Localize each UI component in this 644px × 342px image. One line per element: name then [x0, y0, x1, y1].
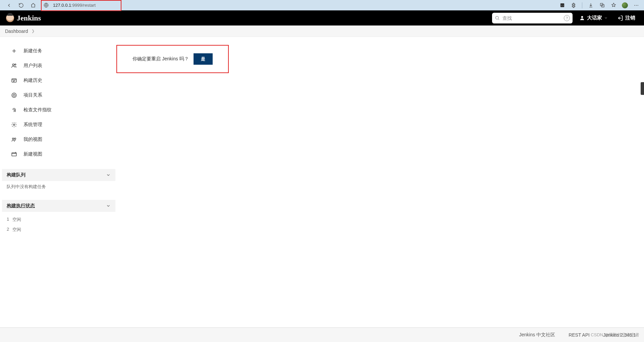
- executor-row: 2 空闲: [7, 225, 111, 235]
- folder-plus-icon: [11, 151, 17, 158]
- footer: Jenkins 中文社区 REST API Jenkins 2.346.1: [0, 327, 644, 335]
- confirm-text: 你确定要重启 Jenkins 吗？: [132, 56, 189, 62]
- jenkins-logo-icon: [6, 14, 14, 22]
- address-bar[interactable]: 127.0.0.1:9999/restart: [42, 1, 553, 10]
- views-icon: [11, 136, 17, 143]
- executor-header[interactable]: 构建执行状态: [2, 200, 115, 212]
- sidebar-item-label: 项目关系: [23, 92, 42, 98]
- sidebar-item-new-view[interactable]: 新建视图: [0, 147, 114, 162]
- executor-state: 空闲: [12, 227, 21, 233]
- main-content: 你确定要重启 Jenkins 吗？ 是: [114, 37, 644, 335]
- executor-section: 构建执行状态 1 空闲 2 空闲: [2, 200, 115, 237]
- svg-point-9: [496, 16, 499, 19]
- refresh-icon[interactable]: [18, 2, 24, 8]
- search-input[interactable]: [502, 15, 561, 21]
- home-icon[interactable]: [30, 2, 36, 8]
- sidebar-item-label: 新建视图: [23, 151, 42, 157]
- extension-icon-1[interactable]: [559, 2, 565, 8]
- jenkins-logo-text: Jenkins: [17, 14, 41, 22]
- executor-title: 构建执行状态: [7, 203, 35, 209]
- restart-confirm-box: 你确定要重启 Jenkins 吗？ 是: [116, 45, 229, 73]
- sidebar-item-label: 我的视图: [23, 136, 42, 142]
- chevron-right-icon: ❯: [32, 29, 35, 33]
- svg-point-14: [12, 93, 16, 98]
- sidebar-item-label: 用户列表: [23, 63, 42, 69]
- executor-body: 1 空闲 2 空闲: [2, 212, 115, 237]
- browser-nav-buttons: [6, 2, 36, 8]
- scroll-handle[interactable]: [641, 82, 644, 95]
- back-icon[interactable]: [6, 2, 12, 8]
- user-icon: [579, 15, 585, 21]
- sidebar: 新建任务 用户列表 构建历史 项目关系 检查文件指纹 系统管理 我的视图 新建: [0, 37, 114, 335]
- svg-point-2: [561, 5, 562, 6]
- svg-point-6: [634, 5, 635, 5]
- build-queue-header[interactable]: 构建队列: [2, 169, 115, 181]
- build-queue-section: 构建队列 队列中没有构建任务: [2, 169, 115, 192]
- gear-icon: [11, 121, 17, 128]
- relation-icon: [11, 92, 17, 99]
- fingerprint-icon: [11, 107, 17, 113]
- breadcrumb-dashboard[interactable]: Dashboard: [5, 28, 28, 34]
- user-name-label: 大话家: [587, 15, 602, 21]
- sidebar-item-users[interactable]: 用户列表: [0, 58, 114, 73]
- more-icon[interactable]: [633, 2, 639, 8]
- site-info-icon[interactable]: [43, 2, 49, 8]
- svg-point-16: [12, 138, 14, 140]
- chevron-down-icon: [106, 204, 111, 208]
- profile-avatar[interactable]: [622, 2, 628, 8]
- svg-rect-1: [560, 3, 564, 7]
- svg-point-15: [13, 124, 15, 126]
- confirm-yes-button[interactable]: 是: [194, 53, 213, 65]
- extension-icon-2[interactable]: [571, 2, 577, 8]
- jenkins-header: Jenkins ? 大话家 注销: [0, 10, 644, 25]
- user-menu[interactable]: 大话家: [577, 15, 610, 21]
- translate-icon[interactable]: [599, 2, 605, 8]
- help-icon[interactable]: ?: [564, 15, 570, 21]
- sidebar-item-label: 检查文件指纹: [23, 107, 52, 113]
- executor-state: 空闲: [12, 217, 21, 223]
- queue-empty-text: 队列中没有构建任务: [7, 184, 46, 189]
- svg-point-3: [563, 5, 564, 6]
- sidebar-item-manage[interactable]: 系统管理: [0, 117, 114, 132]
- browser-actions: [559, 2, 641, 8]
- collection-icon[interactable]: [610, 2, 616, 8]
- chevron-down-icon: [106, 173, 111, 177]
- logout-icon: [617, 15, 623, 21]
- sidebar-item-label: 构建历史: [23, 77, 42, 83]
- footer-link-rest-api[interactable]: REST API: [569, 332, 590, 335]
- svg-point-12: [15, 64, 16, 65]
- sidebar-item-relation[interactable]: 项目关系: [0, 88, 114, 103]
- svg-rect-18: [12, 153, 16, 156]
- svg-point-10: [581, 16, 583, 18]
- sidebar-item-new-job[interactable]: 新建任务: [0, 44, 114, 58]
- svg-point-7: [636, 5, 637, 5]
- breadcrumb: Dashboard ❯: [0, 25, 644, 37]
- footer-link-community[interactable]: Jenkins 中文社区: [519, 332, 555, 335]
- logout-link[interactable]: 注销: [614, 15, 638, 21]
- history-icon: [11, 77, 17, 84]
- people-icon: [11, 62, 17, 69]
- sidebar-item-label: 新建任务: [23, 48, 42, 54]
- download-icon[interactable]: [588, 2, 594, 8]
- build-queue-title: 构建队列: [7, 172, 25, 178]
- chevron-down-icon: [604, 16, 608, 20]
- svg-point-17: [14, 138, 16, 140]
- sidebar-item-my-views[interactable]: 我的视图: [0, 132, 114, 147]
- watermark-text: CSDN @间歇性悲伤患者: [591, 332, 639, 335]
- search-icon: [495, 15, 500, 20]
- executor-row: 1 空闲: [7, 215, 111, 225]
- page-body: 新建任务 用户列表 构建历史 项目关系 检查文件指纹 系统管理 我的视图 新建: [0, 37, 644, 335]
- executor-id: 2: [7, 227, 9, 233]
- browser-toolbar: 127.0.0.1:9999/restart: [0, 0, 644, 10]
- svg-point-8: [638, 5, 638, 5]
- executor-id: 1: [7, 217, 9, 223]
- svg-point-11: [12, 64, 14, 65]
- sidebar-item-label: 系统管理: [23, 122, 42, 128]
- url-text: 127.0.0.1:9999/restart: [51, 3, 553, 8]
- jenkins-logo[interactable]: Jenkins: [6, 14, 41, 22]
- build-queue-body: 队列中没有构建任务: [2, 181, 115, 192]
- sidebar-item-history[interactable]: 构建历史: [0, 73, 114, 88]
- sidebar-item-fingerprint[interactable]: 检查文件指纹: [0, 103, 114, 117]
- search-box[interactable]: ?: [492, 13, 573, 23]
- logout-label: 注销: [625, 15, 635, 21]
